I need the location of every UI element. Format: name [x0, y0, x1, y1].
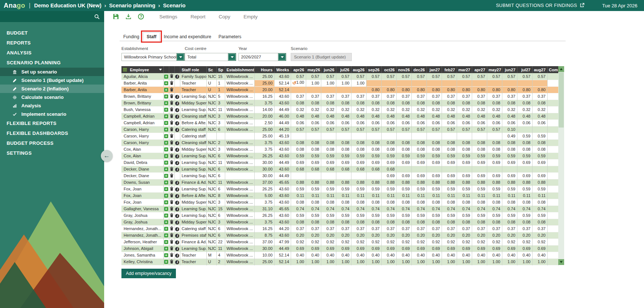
- trash-icon[interactable]: [170, 160, 173, 164]
- cell-month-dec26[interactable]: [411, 80, 427, 86]
- info-cell[interactable]: i: [174, 225, 180, 232]
- cell-month-nov26[interactable]: 0.48: [396, 113, 411, 119]
- info-icon[interactable]: i: [175, 214, 179, 218]
- cell-hours[interactable]: 30.00: [254, 172, 274, 179]
- cell-month-feb27[interactable]: [442, 80, 457, 86]
- cell-month-aug27[interactable]: 0.06: [532, 119, 547, 126]
- cell-month-jun27[interactable]: 0.32: [502, 106, 517, 113]
- add-contract-cell[interactable]: +: [163, 186, 169, 192]
- delete-contract-cell[interactable]: [169, 166, 174, 172]
- submit-questions-link[interactable]: SUBMIT QUESTIONS OR FINDINGS: [496, 3, 585, 8]
- cell-month-apr27[interactable]: 0.06: [472, 119, 487, 126]
- cell-month-may27[interactable]: 0.11: [487, 192, 502, 199]
- cell-comments[interactable]: [547, 179, 558, 186]
- cell-weeks[interactable]: 44.20: [274, 126, 291, 133]
- cell-hours[interactable]: 8.75: [254, 232, 274, 239]
- cell-comments[interactable]: [547, 80, 558, 86]
- cell-comments[interactable]: [547, 212, 558, 219]
- cell-month-may27[interactable]: 0.08: [487, 219, 502, 225]
- add-contract-cell[interactable]: +: [163, 192, 169, 199]
- add-contract-cell[interactable]: +: [163, 199, 169, 205]
- trash-icon[interactable]: [170, 121, 173, 125]
- cell-month-may27[interactable]: 0.08: [487, 199, 502, 205]
- add-icon[interactable]: +: [164, 128, 168, 132]
- cell-month-jan27[interactable]: 0.37: [427, 93, 442, 100]
- cell-month-feb27[interactable]: 0.20: [442, 232, 457, 239]
- cell-month-nov26[interactable]: 0.06: [396, 119, 411, 126]
- cell-comments[interactable]: [547, 100, 558, 106]
- cell-month-jan27[interactable]: 0.20: [427, 232, 442, 239]
- info-cell[interactable]: i: [174, 186, 180, 192]
- cell-month-feb27[interactable]: 0.32: [442, 106, 457, 113]
- cell-month-jun26[interactable]: 0.59: [321, 186, 336, 192]
- info-icon[interactable]: i: [175, 221, 179, 225]
- cell-month-dec26[interactable]: 0.92: [411, 239, 427, 245]
- column-header-jan27[interactable]: jan27: [427, 66, 442, 73]
- cell-month-may26[interactable]: [306, 172, 321, 179]
- cell-month-may26[interactable]: 0.69: [306, 245, 321, 252]
- cell-month-aug27[interactable]: 0.59: [532, 153, 547, 159]
- cell-comments[interactable]: [547, 119, 558, 126]
- cell-month-apr27[interactable]: 1.00: [472, 258, 487, 265]
- sidebar-item-scenario-1-budget-update[interactable]: Scenario 1 (Budget update): [0, 76, 104, 85]
- cell-month-may26[interactable]: 0.59: [306, 153, 321, 159]
- cell-month-mar27[interactable]: 0.57: [457, 73, 472, 80]
- cell-month-may26[interactable]: 0.59: [306, 212, 321, 219]
- cell-month-apr26[interactable]: [291, 133, 306, 139]
- cell-month-jun27[interactable]: 0.10: [502, 126, 517, 133]
- cell-month-aug27[interactable]: 0.37: [532, 225, 547, 232]
- info-cell[interactable]: i: [174, 205, 180, 212]
- cell-month-dec26[interactable]: 0.08: [411, 199, 427, 205]
- info-cell[interactable]: i: [174, 252, 180, 258]
- cell-month-jul26[interactable]: 0.69: [336, 245, 351, 252]
- menu-icon[interactable]: [123, 68, 127, 72]
- add-contract-cell[interactable]: +: [163, 153, 169, 159]
- add-icon[interactable]: +: [164, 167, 168, 171]
- column-header-apr27[interactable]: apr27: [472, 66, 487, 73]
- cell-month-oct26[interactable]: 0.59: [381, 186, 396, 192]
- cell-month-jul27[interactable]: 0.32: [517, 106, 532, 113]
- add-contract-cell[interactable]: +: [163, 232, 169, 239]
- info-cell[interactable]: i: [174, 113, 180, 119]
- cell-month-apr27[interactable]: 0.37: [472, 93, 487, 100]
- cell-month-mar27[interactable]: 0.37: [457, 225, 472, 232]
- cell-month-jul27[interactable]: 0.59: [517, 153, 532, 159]
- cell-month-feb27[interactable]: 0.59: [442, 186, 457, 192]
- cell-month-jun27[interactable]: 0.08: [502, 219, 517, 225]
- scroll-thumb[interactable]: [559, 72, 564, 128]
- cell-month-feb27[interactable]: 0.08: [442, 100, 457, 106]
- cell-month-jun27[interactable]: 0.40: [502, 252, 517, 258]
- cell-month-mar27[interactable]: 0.08: [457, 139, 472, 146]
- menu-copy[interactable]: Copy: [219, 14, 230, 19]
- cell-hours[interactable]: 25.00: [254, 80, 274, 86]
- cell-month-aug27[interactable]: 0.69: [532, 159, 547, 166]
- info-cell[interactable]: i: [174, 106, 180, 113]
- cell-comments[interactable]: [547, 159, 558, 166]
- trash-icon[interactable]: [170, 187, 173, 191]
- cell-month-may27[interactable]: 0.69: [487, 159, 502, 166]
- cell-month-may27[interactable]: 0.20: [487, 232, 502, 239]
- cell-month-apr27[interactable]: 0.69: [472, 245, 487, 252]
- cell-comments[interactable]: [547, 93, 558, 100]
- cell-month-jun27[interactable]: 0.69: [502, 245, 517, 252]
- cell-month-apr27[interactable]: 0.69: [472, 159, 487, 166]
- cell-month-jun26[interactable]: 0.69: [321, 245, 336, 252]
- cell-comments[interactable]: [547, 166, 558, 172]
- cell-comments[interactable]: [547, 186, 558, 192]
- cell-comments[interactable]: [547, 239, 558, 245]
- cell-month-dec26[interactable]: 0.88: [411, 179, 427, 186]
- sidebar-item-reports[interactable]: REPORTS: [0, 38, 104, 48]
- cell-month-feb27[interactable]: 0.80: [442, 86, 457, 93]
- cell-month-mar27[interactable]: 0.08: [457, 100, 472, 106]
- cell-month-may26[interactable]: 0.11: [306, 192, 321, 199]
- cell-weeks[interactable]: 52.14: [274, 80, 291, 86]
- cell-month-apr26[interactable]: 0.08: [291, 199, 306, 205]
- cell-weeks[interactable]: 46.00: [274, 113, 291, 119]
- cell-month-jan27[interactable]: 0.08: [427, 219, 442, 225]
- cell-month-jan27[interactable]: [427, 166, 442, 172]
- cell-month-aug27[interactable]: 0.57: [532, 73, 547, 80]
- cell-month-mar27[interactable]: 1.00: [457, 258, 472, 265]
- vertical-scrollbar[interactable]: [558, 66, 564, 265]
- cell-month-jun27[interactable]: 1.00: [502, 258, 517, 265]
- cell-month-jan27[interactable]: 0.57: [427, 73, 442, 80]
